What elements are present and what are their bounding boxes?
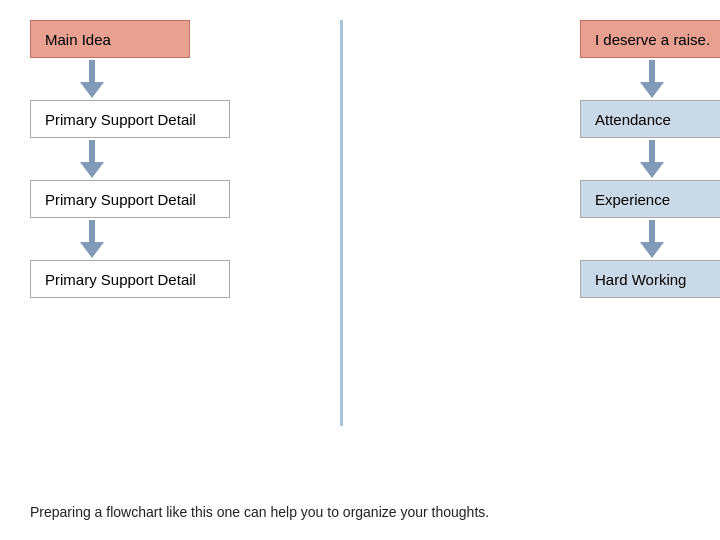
arrow-shaft xyxy=(649,220,655,242)
left-support2-box: Primary Support Detail xyxy=(30,180,230,218)
arrow-shaft xyxy=(649,60,655,82)
arrow-head xyxy=(640,242,664,258)
right-main-label: I deserve a raise. xyxy=(595,31,710,48)
left-support1-label: Primary Support Detail xyxy=(45,111,196,128)
left-column: Main Idea Primary Support Detail Primary… xyxy=(30,20,250,486)
arrow-head xyxy=(80,162,104,178)
arrow-shaft xyxy=(89,220,95,242)
flowchart-area: Main Idea Primary Support Detail Primary… xyxy=(30,20,690,486)
main-idea-box: Main Idea xyxy=(30,20,190,58)
right-support1-box: Attendance xyxy=(580,100,720,138)
arrow-head xyxy=(640,162,664,178)
arrow-head xyxy=(80,82,104,98)
left-support3-label: Primary Support Detail xyxy=(45,271,196,288)
right-support2-box: Experience xyxy=(580,180,720,218)
right-column: I deserve a raise. Attendance Experience xyxy=(580,20,720,486)
right-support1-label: Attendance xyxy=(595,111,671,128)
left-arrow-1 xyxy=(80,60,104,98)
left-support3-box: Primary Support Detail xyxy=(30,260,230,298)
divider xyxy=(340,20,343,426)
footer-text-content: Preparing a flowchart like this one can … xyxy=(30,504,489,520)
left-arrow-2 xyxy=(80,140,104,178)
arrow-shaft xyxy=(89,60,95,82)
left-support1-box: Primary Support Detail xyxy=(30,100,230,138)
left-arrow-3 xyxy=(80,220,104,258)
arrow-head xyxy=(640,82,664,98)
right-support3-label: Hard Working xyxy=(595,271,686,288)
footer-text: Preparing a flowchart like this one can … xyxy=(30,504,690,520)
main-container: Main Idea Primary Support Detail Primary… xyxy=(0,0,720,540)
right-arrow-2 xyxy=(640,140,664,178)
left-support2-label: Primary Support Detail xyxy=(45,191,196,208)
right-arrow-3 xyxy=(640,220,664,258)
right-support2-label: Experience xyxy=(595,191,670,208)
main-idea-label: Main Idea xyxy=(45,31,111,48)
arrow-shaft xyxy=(649,140,655,162)
arrow-head xyxy=(80,242,104,258)
arrow-shaft xyxy=(89,140,95,162)
right-main-box: I deserve a raise. xyxy=(580,20,720,58)
right-support3-box: Hard Working xyxy=(580,260,720,298)
right-arrow-1 xyxy=(640,60,664,98)
